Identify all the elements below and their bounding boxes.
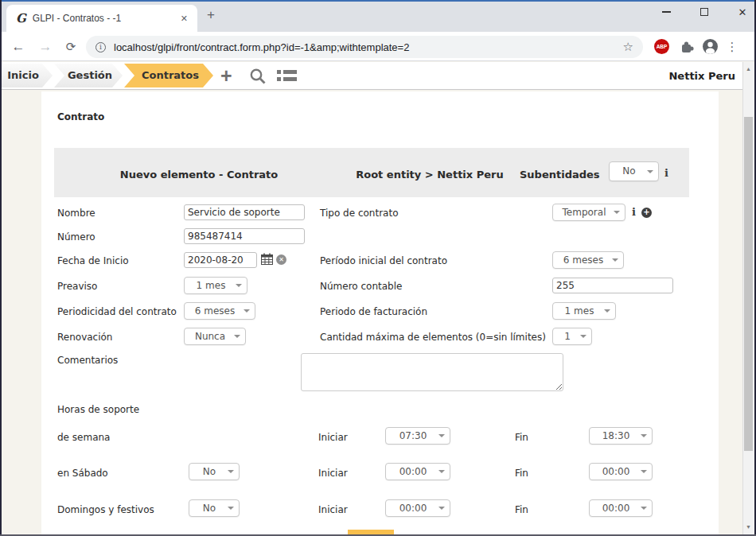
- numero-contable-input[interactable]: [552, 278, 673, 293]
- numero-label: Número: [57, 231, 95, 243]
- preaviso-select[interactable]: 1 mes: [184, 277, 247, 294]
- comentarios-label: Comentarios: [57, 355, 118, 366]
- tab-bar: G GLPI - Contratos - -1 ✕ + ✕: [0, 0, 756, 32]
- browser-toolbar: ← → ⟳ i localhost/glpi/front/contract.fo…: [0, 32, 756, 61]
- semana-fin-label: Fin: [515, 432, 528, 443]
- tipo-contrato-info-icon[interactable]: i: [632, 206, 636, 218]
- periodo-facturacion-select[interactable]: 1 mes: [552, 302, 616, 320]
- breadcrumb-inicio[interactable]: Inicio: [2, 64, 53, 87]
- window-controls: ✕: [657, 3, 751, 21]
- add-item-icon[interactable]: +: [220, 62, 232, 89]
- url-bar[interactable]: i localhost/glpi/front/contract.form.php…: [86, 36, 643, 58]
- semana-start-select[interactable]: 07:30: [385, 427, 450, 445]
- semana-iniciar-label: Iniciar: [318, 432, 348, 443]
- sabado-fin-label: Fin: [515, 468, 528, 479]
- semana-end-select[interactable]: 18:30: [589, 427, 653, 445]
- search-icon[interactable]: [249, 68, 267, 88]
- url-text[interactable]: localhost/glpi/front/contract.form.php?i…: [114, 41, 623, 53]
- fecha-inicio-label: Fecha de Inicio: [57, 255, 129, 266]
- nombre-label: Nombre: [57, 208, 95, 219]
- window-border-top: [0, 0, 756, 2]
- scrollbar-up-icon[interactable]: ▲: [742, 64, 754, 75]
- domingos-start-select[interactable]: 00:00: [385, 499, 450, 517]
- renovacion-label: Renovación: [57, 332, 112, 343]
- clear-date-icon[interactable]: ✕: [276, 254, 286, 265]
- tab-title: GLPI - Contratos - -1: [33, 13, 177, 24]
- extensions-puzzle-icon[interactable]: [680, 40, 695, 57]
- subentities-label: Subentidades: [520, 169, 600, 181]
- periodicidad-select[interactable]: 6 meses: [184, 302, 255, 320]
- periodo-inicial-label: Período inicial del contrato: [320, 255, 447, 266]
- horas-soporte-label: Horas de soporte: [57, 404, 139, 415]
- periodo-facturacion-label: Periodo de facturación: [320, 306, 427, 317]
- glpi-favicon-icon: G: [16, 11, 26, 25]
- scrollbar-thumb[interactable]: [744, 117, 753, 451]
- domingos-toggle-select[interactable]: No: [189, 499, 240, 517]
- page-info-icon[interactable]: i: [95, 42, 106, 52]
- subentities-info-icon[interactable]: i: [664, 167, 668, 179]
- tab-close-icon[interactable]: ✕: [177, 12, 191, 25]
- domingos-iniciar-label: Iniciar: [318, 504, 348, 515]
- list-view-icon[interactable]: [277, 69, 298, 86]
- browser-menu-icon[interactable]: ⋮: [723, 32, 742, 61]
- domingos-end-select[interactable]: 00:00: [589, 499, 653, 517]
- window-close-button[interactable]: ✕: [734, 3, 751, 21]
- form-entity-path: Root entity > Nettix Peru: [326, 169, 533, 181]
- profile-avatar-icon[interactable]: [703, 39, 718, 54]
- form-title: Nuevo elemento - Contrato: [88, 169, 310, 181]
- browser-window: G GLPI - Contratos - -1 ✕ + ✕ ← → ⟳ i lo…: [0, 0, 756, 536]
- renovacion-select[interactable]: Nunca: [184, 328, 246, 345]
- numero-contable-label: Número contable: [320, 281, 402, 292]
- sabado-start-select[interactable]: 00:00: [385, 463, 450, 480]
- adblock-extension-icon[interactable]: ABP: [654, 39, 669, 54]
- calendar-icon[interactable]: [261, 253, 273, 267]
- cantidad-maxima-select[interactable]: 1: [552, 328, 592, 345]
- reload-button[interactable]: ⟳: [59, 32, 83, 61]
- window-border-left: [0, 0, 2, 536]
- breadcrumb-gestion[interactable]: Gestión: [54, 64, 123, 87]
- periodicidad-label: Periodicidad del contrato: [57, 306, 177, 317]
- preaviso-label: Preaviso: [57, 281, 97, 292]
- tipo-contrato-add-icon[interactable]: +: [641, 208, 652, 218]
- sabado-label: en Sábado: [57, 468, 108, 479]
- new-tab-button[interactable]: +: [207, 7, 215, 23]
- maximize-icon: [700, 8, 708, 16]
- tab-contrato[interactable]: Contrato: [57, 111, 104, 122]
- browser-tab[interactable]: G GLPI - Contratos - -1 ✕: [6, 5, 197, 32]
- sabado-end-select[interactable]: 00:00: [589, 463, 653, 480]
- current-entity-label: Nettix Peru: [668, 62, 735, 89]
- nombre-input[interactable]: [184, 204, 305, 220]
- comentarios-textarea[interactable]: [301, 353, 563, 391]
- domingos-fin-label: Fin: [515, 504, 528, 515]
- bookmark-star-icon[interactable]: ☆: [623, 40, 633, 54]
- sabado-toggle-select[interactable]: No: [189, 463, 240, 480]
- scrollbar-down-icon[interactable]: ▼: [742, 522, 754, 533]
- subentities-select[interactable]: No: [609, 161, 659, 181]
- glpi-nav-bar: Inicio Gestión Contratos + Nettix Peru: [0, 62, 756, 90]
- tipo-contrato-select[interactable]: Temporal: [552, 204, 625, 221]
- tipo-contrato-label: Tipo de contrato: [320, 208, 398, 219]
- fecha-inicio-input[interactable]: [184, 252, 257, 268]
- numero-input[interactable]: [184, 228, 305, 244]
- minimize-icon: [662, 11, 671, 13]
- back-button[interactable]: ←: [6, 32, 30, 61]
- cantidad-maxima-label: Cantidad máxima de elementos (0=sin lími…: [320, 332, 546, 343]
- window-minimize-button[interactable]: [657, 3, 675, 21]
- forward-button[interactable]: →: [33, 32, 57, 61]
- domingos-label: Domingos y festivos: [57, 504, 154, 515]
- periodo-inicial-select[interactable]: 6 meses: [552, 251, 624, 269]
- sabado-iniciar-label: Iniciar: [318, 468, 348, 479]
- breadcrumb-contratos[interactable]: Contratos: [124, 64, 213, 87]
- window-maximize-button[interactable]: [696, 3, 713, 21]
- semana-label: de semana: [57, 432, 110, 443]
